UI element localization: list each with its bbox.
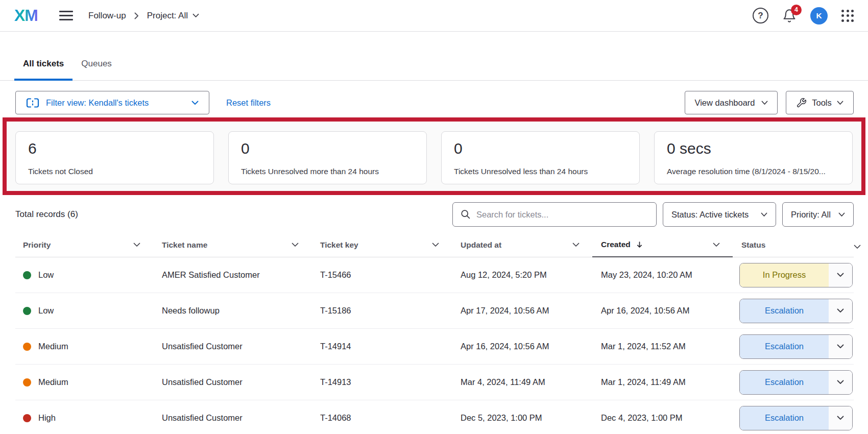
filter-toolbar: Filter view: Kendall's tickets Reset fil…	[15, 91, 854, 114]
chevron-down-icon[interactable]	[829, 263, 852, 287]
status-badge-label: Escalation	[740, 371, 829, 394]
chevron-down-icon[interactable]	[829, 406, 852, 430]
priority-filter-label: Priority: All	[791, 210, 831, 220]
tools-button[interactable]: Tools	[786, 91, 854, 114]
clipped-chevron-icon	[854, 242, 861, 251]
status-dropdown[interactable]: In Progress	[739, 263, 853, 287]
priority-dot	[23, 414, 31, 422]
help-icon[interactable]: ?	[753, 8, 768, 23]
sort-descending-icon	[636, 241, 643, 249]
chevron-down-icon[interactable]	[432, 243, 439, 247]
metric-label: Tickets Unresolved more than 24 hours	[241, 167, 414, 176]
table-row[interactable]: Medium Unsatisfied Customer T-14913 Mar …	[15, 365, 854, 400]
notifications-button[interactable]: 4	[782, 9, 797, 23]
ticket-name: Unsatisfied Customer	[162, 413, 243, 423]
chevron-down-icon[interactable]	[829, 371, 852, 394]
table-row[interactable]: Low AMER Satisfied Customer T-15466 Aug …	[15, 257, 854, 293]
created-at: Dec 4, 2023, 1:00 PM	[601, 413, 683, 423]
ticket-key: T-14914	[320, 342, 351, 351]
metric-label: Tickets Unresolved less than 24 hours	[454, 167, 627, 176]
chevron-down-icon	[761, 212, 767, 217]
chevron-down-icon	[192, 13, 199, 18]
ticket-name: AMER Satisfied Customer	[162, 270, 260, 280]
metric-card-tickets-not-closed: 6 Tickets not Closed	[15, 131, 214, 184]
search-box	[452, 202, 657, 227]
column-header-created[interactable]: Created	[592, 233, 733, 257]
priority-label: Low	[38, 306, 54, 316]
metric-card-avg-resolution-time: 0 secs Average resolution time (8/1/2024…	[654, 131, 853, 184]
table-header-row: Priority Ticket name Ticket key Updated …	[15, 233, 854, 257]
chevron-down-icon[interactable]	[829, 299, 852, 323]
tab-queues[interactable]: Queues	[73, 49, 120, 81]
wrench-icon	[796, 98, 807, 108]
status-filter-dropdown[interactable]: Status: Active tickets	[663, 202, 776, 227]
metric-label: Tickets not Closed	[28, 167, 201, 176]
updated-at: Apr 16, 2024, 10:56 AM	[461, 342, 549, 351]
updated-at: Apr 17, 2024, 10:56 AM	[461, 306, 549, 316]
metric-value: 0	[454, 140, 627, 157]
table-body: Low AMER Satisfied Customer T-15466 Aug …	[15, 257, 854, 434]
chevron-down-icon	[838, 212, 845, 217]
ticket-icon	[26, 98, 39, 108]
breadcrumb-section[interactable]: Follow-up	[88, 11, 126, 21]
view-dashboard-button[interactable]: View dashboard	[685, 91, 778, 114]
chevron-down-icon[interactable]	[572, 243, 580, 247]
created-at: Mar 1, 2024, 11:49 AM	[601, 377, 686, 387]
column-header-updated-at[interactable]: Updated at	[452, 233, 592, 257]
tools-label: Tools	[812, 98, 832, 108]
created-at: Mar 1, 2024, 11:52 AM	[601, 342, 686, 351]
priority-filter-dropdown[interactable]: Priority: All	[782, 202, 854, 227]
status-badge-label: Escalation	[740, 335, 829, 358]
column-header-priority[interactable]: Priority	[15, 233, 153, 257]
updated-at: Dec 5, 2023, 1:00 PM	[461, 413, 542, 423]
status-filter-label: Status: Active tickets	[671, 210, 749, 220]
column-header-ticket-key[interactable]: Ticket key	[311, 233, 452, 257]
chevron-down-icon[interactable]	[829, 335, 852, 358]
table-row[interactable]: Medium Unsatisfied Customer T-14914 Apr …	[15, 329, 854, 365]
status-dropdown[interactable]: Escalation	[739, 334, 853, 359]
status-dropdown[interactable]: Escalation	[739, 370, 853, 395]
priority-dot	[23, 343, 31, 351]
created-at: May 23, 2024, 10:20 AM	[601, 270, 692, 280]
table-row[interactable]: High Unsatisfied Customer T-14068 Dec 5,…	[15, 400, 854, 434]
priority-label: High	[38, 413, 56, 423]
project-selector[interactable]: Project: All	[147, 11, 199, 21]
status-badge-label: Escalation	[740, 406, 829, 430]
chevron-down-icon[interactable]	[292, 243, 299, 247]
chevron-right-icon	[134, 12, 139, 19]
priority-label: Medium	[38, 377, 68, 387]
chevron-down-icon[interactable]	[713, 243, 720, 247]
tab-all-tickets[interactable]: All tickets	[14, 49, 73, 81]
records-toolbar: Total records (6) Status: Active tickets…	[15, 202, 854, 227]
status-dropdown[interactable]: Escalation	[739, 299, 853, 323]
updated-at: Aug 12, 2024, 5:20 PM	[461, 270, 547, 280]
chevron-down-icon	[837, 101, 843, 105]
apps-grid-icon[interactable]	[841, 10, 854, 22]
column-header-status[interactable]: Status	[733, 233, 854, 257]
ticket-name: Unsatisfied Customer	[162, 342, 243, 351]
total-records-label: Total records (6)	[15, 209, 78, 220]
priority-dot	[23, 378, 31, 387]
xm-logo: XM	[14, 6, 38, 25]
search-input[interactable]	[452, 202, 657, 227]
table-row[interactable]: Low Needs followup T-15186 Apr 17, 2024,…	[15, 293, 854, 329]
ticket-key: T-14913	[320, 377, 351, 387]
metrics-highlight-box: 6 Tickets not Closed 0 Tickets Unresolve…	[3, 117, 865, 195]
priority-label: Low	[38, 270, 54, 280]
reset-filters-link[interactable]: Reset filters	[226, 98, 271, 108]
status-badge-label: Escalation	[740, 299, 829, 323]
ticket-key: T-15186	[320, 306, 351, 316]
status-badge-label: In Progress	[740, 263, 829, 287]
chevron-down-icon[interactable]	[133, 243, 140, 247]
metric-value: 6	[28, 140, 201, 157]
search-icon	[460, 209, 471, 220]
filter-view-dropdown[interactable]: Filter view: Kendall's tickets	[15, 91, 209, 114]
column-header-ticket-name[interactable]: Ticket name	[153, 233, 311, 257]
project-selector-label: Project: All	[147, 11, 188, 21]
priority-label: Medium	[38, 342, 68, 351]
avatar[interactable]: K	[810, 7, 828, 25]
status-dropdown[interactable]: Escalation	[739, 406, 853, 430]
metric-card-unresolved-less-24h: 0 Tickets Unresolved less than 24 hours	[441, 131, 640, 184]
hamburger-menu-icon[interactable]	[59, 11, 73, 20]
ticket-name: Needs followup	[162, 306, 220, 316]
